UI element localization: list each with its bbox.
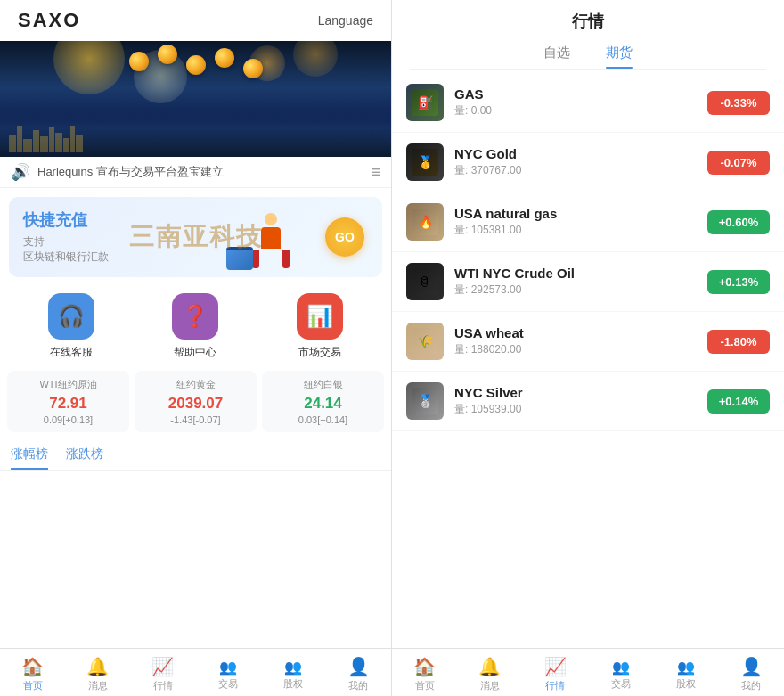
chest-icon <box>226 247 253 270</box>
nyc-silver-vol: 量: 105939.00 <box>454 402 697 417</box>
help-label: 帮助中心 <box>174 345 216 360</box>
wti-change: 0.09[+0.13] <box>16 414 120 425</box>
right-header: 行情 自选 期货 <box>392 0 784 73</box>
market-item-wti[interactable]: 🛢 WTI NYC Crude Oil 量: 292573.00 +0.13% <box>392 252 784 312</box>
action-help[interactable]: ❓ 帮助中心 <box>172 293 218 360</box>
rank-tab-up[interactable]: 涨幅榜 <box>11 441 48 470</box>
quick-recharge-section: 快捷充值 支持 区块链和银行汇款 GO 三南亚科技 <box>9 197 382 277</box>
market-item-gas[interactable]: ⛽ GAS 量: 0.00 -0.33% <box>392 73 784 133</box>
right-nav-market[interactable]: 📈 行情 <box>533 656 577 692</box>
quick-left: 快捷充值 支持 区块链和银行汇款 <box>23 209 368 265</box>
gas-vol: 量: 0.00 <box>454 103 697 119</box>
right-equity-label: 股权 <box>676 677 696 691</box>
right-panel: 行情 自选 期货 ⛽ GAS 量: 0.00 -0.33% 🥇 NYC Gold <box>392 0 784 696</box>
service-icon: 🎧 <box>48 293 94 340</box>
quick-subtitle: 支持 区块链和银行汇款 <box>23 234 368 265</box>
banner-visual <box>0 41 391 157</box>
usa-wheat-info: USA wheat 量: 188020.00 <box>454 325 697 357</box>
mine-icon: 👤 <box>347 656 370 677</box>
usa-gas-info: USA natural gas 量: 105381.00 <box>454 206 697 238</box>
right-home-label: 首页 <box>415 679 435 692</box>
gold-card: 纽约黄金 2039.07 -1.43[-0.07] <box>135 371 257 432</box>
usa-wheat-name: USA wheat <box>454 325 697 340</box>
oil-thumb: 🛢 <box>406 263 444 300</box>
home-label: 首页 <box>23 679 43 692</box>
action-trade[interactable]: 📊 市场交易 <box>297 293 343 360</box>
right-trade-icon: 👥 <box>612 659 630 676</box>
market-item-nyc-gold[interactable]: 🥇 NYC Gold 量: 370767.00 -0.07% <box>392 133 784 192</box>
usa-gas-vol: 量: 105381.00 <box>454 223 697 238</box>
market-list: ⛽ GAS 量: 0.00 -0.33% 🥇 NYC Gold 量: 37076… <box>392 73 784 648</box>
nav-trade[interactable]: 👥 交易 <box>206 659 250 691</box>
tab-watchlist[interactable]: 自选 <box>543 39 570 69</box>
nav-message[interactable]: 🔔 消息 <box>76 656 120 692</box>
nav-market[interactable]: 📈 行情 <box>141 656 185 692</box>
market-tabs: 自选 期货 <box>410 39 766 70</box>
ticker-text: Harlequins 宣布与交易平台盈宝建立 <box>37 164 363 180</box>
gold-thumb: 🥇 <box>406 143 444 181</box>
message-icon: 🔔 <box>86 656 109 677</box>
market-item-nyc-silver[interactable]: 🥈 NYC Silver 量: 105939.00 +0.14% <box>392 372 784 431</box>
rank-tabs: 涨幅榜 涨跌榜 <box>0 441 391 471</box>
action-service[interactable]: 🎧 在线客服 <box>48 293 94 360</box>
equity-icon: 👥 <box>284 659 302 676</box>
right-nav-equity[interactable]: 👥 股权 <box>664 659 708 691</box>
market-item-usa-gas[interactable]: 🔥 USA natural gas 量: 105381.00 +0.60% <box>392 192 784 252</box>
language-button[interactable]: Language <box>318 13 373 28</box>
right-bottom-nav: 🏠 首页 🔔 消息 📈 行情 👥 交易 👥 股权 👤 我的 <box>392 648 784 696</box>
speaker-icon: 🔊 <box>11 162 30 182</box>
right-market-label: 行情 <box>545 679 565 692</box>
message-label: 消息 <box>88 679 108 692</box>
wti-badge: +0.13% <box>707 270 770 294</box>
nav-equity[interactable]: 👥 股权 <box>271 659 315 691</box>
right-nav-message[interactable]: 🔔 消息 <box>468 656 512 692</box>
nyc-silver-badge: +0.14% <box>707 389 770 414</box>
nyc-gold-vol: 量: 370767.00 <box>454 163 697 178</box>
service-label: 在线客服 <box>50 345 93 360</box>
nyc-silver-info: NYC Silver 量: 105939.00 <box>454 385 697 417</box>
right-nav-home[interactable]: 🏠 首页 <box>403 656 447 692</box>
rank-tab-down[interactable]: 涨跌榜 <box>66 441 103 470</box>
gold-title: 纽约黄金 <box>143 378 248 391</box>
equity-label: 股权 <box>283 677 303 691</box>
gas-info: GAS 量: 0.00 <box>454 86 697 119</box>
usa-wheat-vol: 量: 188020.00 <box>454 342 697 357</box>
home-icon: 🏠 <box>21 656 44 677</box>
price-cards: WTI纽约原油 72.91 0.09[+0.13] 纽约黄金 2039.07 -… <box>7 371 384 432</box>
nav-home[interactable]: 🏠 首页 <box>11 656 55 692</box>
trade-label: 市场交易 <box>298 345 341 360</box>
nav-mine[interactable]: 👤 我的 <box>336 656 380 692</box>
mine-label: 我的 <box>348 679 368 692</box>
wti-name: WTI NYC Crude Oil <box>454 266 697 281</box>
gas-thumb: ⛽ <box>406 84 444 121</box>
menu-icon: ≡ <box>371 163 380 182</box>
trade-icon: 📊 <box>297 293 343 340</box>
tab-futures[interactable]: 期货 <box>606 39 633 69</box>
right-trade-label: 交易 <box>611 677 631 691</box>
market-item-usa-wheat[interactable]: 🌾 USA wheat 量: 188020.00 -1.80% <box>392 312 784 372</box>
ticker-bar: 🔊 Harlequins 宣布与交易平台盈宝建立 ≡ <box>0 157 391 188</box>
silver-thumb: 🥈 <box>406 382 444 420</box>
right-nav-mine[interactable]: 👤 我的 <box>729 656 773 692</box>
quick-actions: 🎧 在线客服 ❓ 帮助中心 📊 市场交易 <box>0 286 391 371</box>
wti-card: WTI纽约原油 72.91 0.09[+0.13] <box>7 371 129 432</box>
gold-value: 2039.07 <box>143 395 248 413</box>
usa-gas-thumb: 🔥 <box>406 203 444 241</box>
nyc-gold-name: NYC Gold <box>454 146 697 161</box>
nyc-gold-info: NYC Gold 量: 370767.00 <box>454 146 697 178</box>
wti-info: WTI NYC Crude Oil 量: 292573.00 <box>454 266 697 298</box>
go-button[interactable]: GO <box>325 217 364 257</box>
right-mine-icon: 👤 <box>740 656 763 677</box>
right-equity-icon: 👥 <box>677 659 695 676</box>
help-icon: ❓ <box>172 293 218 340</box>
banner <box>0 41 391 157</box>
right-nav-trade[interactable]: 👥 交易 <box>599 659 643 691</box>
left-header: SAXO Language <box>0 0 391 41</box>
nyc-silver-name: NYC Silver <box>454 385 697 400</box>
saxo-logo: SAXO <box>18 9 80 32</box>
usa-gas-name: USA natural gas <box>454 206 697 221</box>
quick-title: 快捷充值 <box>23 209 368 231</box>
right-home-icon: 🏠 <box>413 656 436 677</box>
silver-value: 24.14 <box>271 395 375 413</box>
usa-gas-badge: +0.60% <box>707 210 770 234</box>
